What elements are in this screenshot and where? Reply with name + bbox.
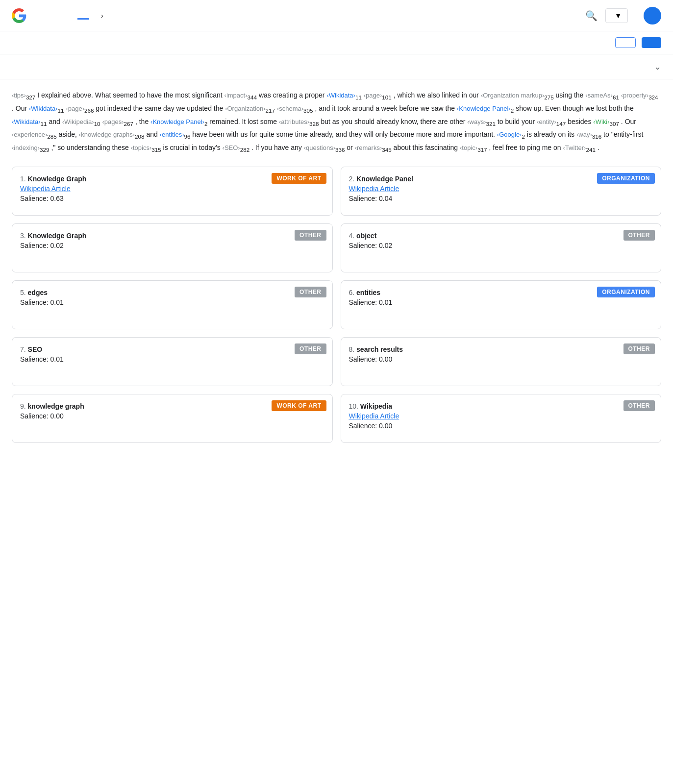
card-number-3: 4. [349,232,357,240]
logo[interactable] [12,8,30,23]
card-salience-9: Salience: 0.00 [349,422,653,430]
contact-sales-button[interactable] [615,37,636,48]
card-name-1: Knowledge Panel [356,175,413,183]
entity-span: ‹page›101 [364,91,392,99]
entity-span: ‹schema›305 [277,104,313,112]
card-name-4: edges [28,289,48,296]
chevron-right-icon: › [101,12,103,20]
card-salience-6: Salience: 0.01 [20,355,324,363]
nav-why-google[interactable] [46,12,58,20]
entity-span: ‹sameAs›61 [585,91,619,99]
card-item: 10. Wikipedia Wikipedia Article Salience… [341,394,662,443]
get-started-button[interactable] [642,37,661,48]
card-badge-2: OTHER [295,230,326,241]
cards-grid: 1. Knowledge Graph Wikipedia Article Sal… [12,167,661,443]
entity-span: ‹pages›267 [102,118,134,125]
entity-span: ‹tips›327 [12,91,35,99]
nav-products[interactable] [77,12,89,20]
card-name-7: search results [356,345,403,353]
card-header-3: 4. object Salience: 0.02 [349,232,653,249]
card-header-7: 8. search results Salience: 0.00 [349,345,653,363]
entity-span: ‹Google›2 [497,130,525,138]
entity-span: ‹impact›344 [224,91,257,99]
card-badge-5: ORGANIZATION [597,287,655,297]
card-title-group-2: 3. Knowledge Graph Salience: 0.02 [20,232,324,249]
card-name-9: Wikipedia [360,402,392,410]
card-title-group-9: 10. Wikipedia Wikipedia Article Salience… [349,402,653,430]
sub-nav-buttons [615,37,661,48]
entity-span: ‹page›266 [66,104,94,112]
entity-span: ‹property›324 [621,91,658,99]
card-salience-2: Salience: 0.02 [20,242,324,249]
card-title-group-3: 4. object Salience: 0.02 [349,232,653,249]
entity-span: ‹knowledge graphs›208 [79,130,145,138]
entity-span: ‹Wikipedia›10 [62,118,100,125]
nav-links: › [46,8,585,24]
card-number-0: 1. [20,175,28,183]
chevron-down-icon[interactable]: ⌄ [654,61,661,72]
card-header-6: 7. SEO Salience: 0.01 [20,345,324,363]
card-badge-9: OTHER [623,400,655,411]
card-item: 8. search results Salience: 0.00 OTHER [341,337,662,386]
main-content: ‹tips›327 I explained above. What seemed… [0,79,673,453]
card-badge-0: WORK OF ART [272,173,326,184]
card-title-group-6: 7. SEO Salience: 0.01 [20,345,324,363]
card-title-group-4: 5. edges Salience: 0.01 [20,289,324,306]
avatar[interactable] [644,7,661,24]
entity-span: ‹SEO›282 [223,144,250,151]
entity-span: ‹Wikidata›11 [12,118,47,125]
card-badge-8: WORK OF ART [272,400,326,411]
card-number-7: 8. [349,345,357,353]
language-button[interactable]: ▼ [605,8,628,23]
nl-panel: ⌄ [0,54,673,79]
entity-span: ‹Wikidata›11 [29,104,64,112]
card-link-0[interactable]: Wikipedia Article [20,185,324,193]
card-name-0: Knowledge Graph [28,175,87,183]
card-item: 1. Knowledge Graph Wikipedia Article Sal… [12,167,333,216]
card-item: 4. object Salience: 0.02 OTHER [341,223,662,272]
card-item: 6. entities Salience: 0.01 ORGANIZATION [341,280,662,329]
navbar: › 🔍 ▼ [0,0,673,31]
entity-span: ‹topic›317 [460,144,487,151]
card-link-1[interactable]: Wikipedia Article [349,185,653,193]
card-number-6: 7. [20,345,28,353]
entity-span: ‹topics›315 [131,144,161,151]
card-salience-1: Salience: 0.04 [349,195,653,202]
card-number-8: 9. [20,402,28,410]
entity-span: ‹experience›285 [12,130,57,138]
card-salience-8: Salience: 0.00 [20,412,324,420]
nav-pricing[interactable]: › [93,8,109,24]
card-name-2: Knowledge Graph [28,232,87,240]
google-cloud-icon [12,8,26,23]
card-link-9[interactable]: Wikipedia Article [349,412,653,420]
card-header-2: 3. Knowledge Graph Salience: 0.02 [20,232,324,249]
card-title-group-7: 8. search results Salience: 0.00 [349,345,653,363]
entity-span: ‹entity›147 [537,118,566,125]
card-salience-5: Salience: 0.01 [349,298,653,306]
nav-solutions[interactable] [62,12,74,20]
entity-span: ‹Knowledge Panel›2 [457,104,514,112]
card-badge-6: OTHER [295,343,326,354]
search-icon[interactable]: 🔍 [585,10,598,22]
card-name-5: entities [356,289,380,296]
card-salience-4: Salience: 0.01 [20,298,324,306]
entity-span: ‹Twitter›241 [563,144,595,151]
card-number-9: 10. [349,402,360,410]
entity-span: ‹way›316 [576,130,601,138]
card-salience-0: Salience: 0.63 [20,195,324,202]
entity-span: ‹Organization markup›275 [481,91,554,99]
entity-span: ‹attributes›328 [279,118,319,125]
card-badge-4: OTHER [295,287,326,297]
card-salience-3: Salience: 0.02 [349,242,653,249]
card-header-4: 5. edges Salience: 0.01 [20,289,324,306]
card-badge-3: OTHER [623,230,655,241]
entity-span: ‹Wiki›307 [593,118,619,125]
card-item: 3. Knowledge Graph Salience: 0.02 OTHER [12,223,333,272]
card-number-1: 2. [349,175,357,183]
entity-span: ‹ways›321 [467,118,496,125]
chevron-down-icon: ▼ [615,12,622,20]
sub-navbar [0,31,673,54]
card-name-8: knowledge graph [28,402,84,410]
card-number-5: 6. [349,289,357,296]
nav-right: 🔍 ▼ [585,7,661,24]
